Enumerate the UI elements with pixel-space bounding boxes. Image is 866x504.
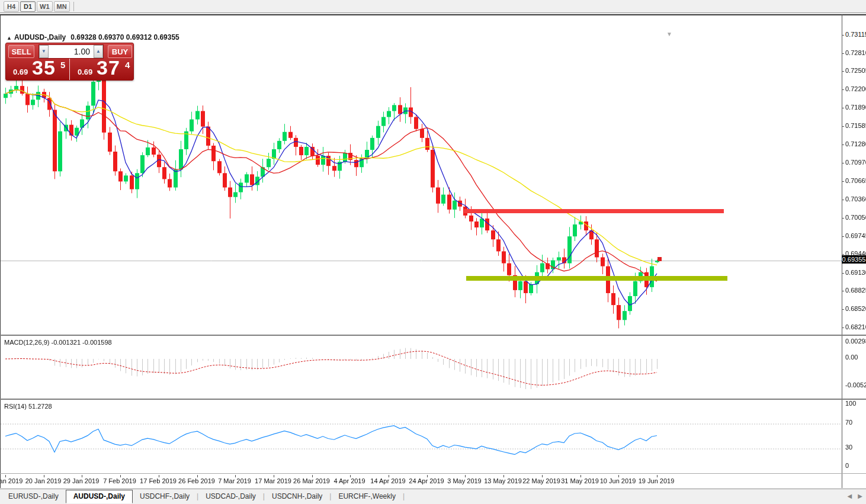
price-axis-label: 0.70970 [845, 159, 866, 166]
price-axis-tick [842, 181, 844, 182]
price-axis-label: 0.72505 [845, 67, 866, 74]
pane-separator[interactable] [0, 399, 866, 400]
sell-price-big: 35 [32, 56, 56, 79]
price-axis-label: 0.71280 [845, 140, 866, 147]
buy-price-panel[interactable]: 0.69 37 4 [70, 59, 133, 80]
date-axis-label: 17 Feb 2019 [140, 477, 177, 484]
chart-symbol-period: AUDUSD-,Daily [14, 33, 66, 41]
date-axis-label: 13 May 2019 [484, 477, 522, 484]
collapse-panel-icon[interactable]: ▼ [666, 31, 672, 37]
toolbar-divider [73, 2, 74, 11]
buy-price-big: 37 [97, 56, 120, 79]
date-axis-label: 3 May 2019 [447, 477, 481, 484]
timeframe-button-d1[interactable]: D1 [20, 1, 36, 12]
tab-separator: | [403, 490, 405, 503]
sell-price-base: 0.69 [13, 68, 28, 76]
chart-tab-audusd[interactable]: AUDUSD-,Daily [66, 490, 133, 503]
date-axis-label: 7 Feb 2019 [103, 477, 136, 484]
rsi-axis-label: 30 [845, 444, 852, 451]
date-axis-label: 14 Apr 2019 [370, 477, 405, 484]
timeframe-button-h4[interactable]: H4 [4, 1, 19, 12]
price-axis-border [842, 14, 842, 488]
date-axis-label: 31 May 2019 [561, 477, 599, 484]
tabs-scroll-right-icon[interactable]: ▶ [858, 493, 862, 499]
date-axis-label: 17 Mar 2019 [255, 477, 291, 484]
date-axis-label: 29 Jan 2019 [63, 477, 100, 484]
date-axis-label: 26 Mar 2019 [293, 477, 330, 484]
date-axis-label: 10 Jun 2019 [600, 477, 636, 484]
price-axis-tick [842, 309, 844, 310]
support-line [466, 276, 727, 281]
price-axis-tick [842, 71, 844, 72]
date-axis-label: 4 Apr 2019 [333, 477, 365, 484]
price-axis-tick [842, 89, 844, 90]
price-axis-tick [842, 163, 844, 163]
terminal-window: H4D1W1MN ▲AUDUSD-,Daily0.69328 0.69370 0… [0, 0, 866, 504]
price-axis-label: 0.70050 [845, 214, 866, 221]
current-bar-marker [657, 257, 662, 261]
price-axis-label: 0.71585 [845, 122, 866, 129]
one-click-trading-panel: SELL ▼ ▲ BUY 0.69 35 5 0.69 37 4 [5, 43, 134, 81]
date-axis-label: 26 Feb 2019 [178, 477, 215, 484]
macd-axis-label: -0.005256 [845, 381, 866, 389]
price-axis-tick [842, 218, 844, 219]
pane-separator [0, 473, 866, 474]
price-axis-tick [842, 236, 844, 237]
rsi-axis-label: 0 [845, 462, 849, 469]
price-axis-tick [842, 200, 844, 200]
price-axis-tick [842, 145, 844, 145]
chart-ohlc-values: 0.69328 0.69370 0.69312 0.69355 [70, 33, 179, 41]
price-axis-label: 0.70665 [845, 177, 866, 184]
macd-axis-label: 0.002984 [845, 338, 866, 345]
date-axis-label: 19 Jun 2019 [639, 477, 675, 484]
price-axis-label: 0.69745 [845, 232, 866, 239]
price-chart-canvas[interactable] [1, 15, 842, 489]
macd-axis-label: 0.00 [845, 354, 858, 361]
price-axis-tick [842, 35, 844, 36]
price-axis-label: 0.68825 [845, 287, 866, 294]
chart-tabbar: EURUSD-,DailyAUDUSD-,DailyUSDCHF-,Daily|… [0, 489, 866, 504]
chart-tab-eurusd[interactable]: EURUSD-,Daily [1, 490, 66, 503]
chart-window[interactable]: ▲AUDUSD-,Daily0.69328 0.69370 0.69312 0.… [0, 14, 866, 488]
date-axis-label: 20 Jan 2019 [25, 477, 62, 484]
pane-separator[interactable] [0, 335, 866, 336]
chart-title: ▲AUDUSD-,Daily0.69328 0.69370 0.69312 0.… [7, 33, 179, 41]
timeframe-toolbar: H4D1W1MN [0, 0, 866, 13]
date-axis-label: 10 Jan 2019 [0, 477, 23, 484]
price-axis-tick [842, 53, 844, 54]
macd-label: MACD(12,26,9) -0.001321 -0.001598 [4, 339, 112, 346]
price-axis-tick [842, 126, 844, 127]
current-price-tag: 0.69355 [842, 255, 866, 264]
date-axis-label: 22 May 2019 [522, 477, 560, 484]
price-axis-label: 0.72200 [845, 85, 866, 92]
price-axis-tick [842, 328, 844, 328]
rsi-label: RSI(14) 51.2728 [4, 403, 52, 410]
sell-price-panel[interactable]: 0.69 35 5 [6, 59, 70, 80]
price-axis-label: 0.73115 [845, 31, 866, 38]
price-axis-label: 0.70360 [845, 195, 866, 203]
buy-price-base: 0.69 [78, 68, 92, 76]
buy-price-pip: 4 [125, 60, 130, 70]
rsi-axis-label: 70 [845, 419, 852, 426]
timeframe-button-w1[interactable]: W1 [37, 1, 53, 12]
date-axis-label: 24 Apr 2019 [409, 477, 444, 484]
rsi-axis-label: 100 [845, 400, 856, 407]
tabs-scroll-left-icon[interactable]: ◀ [848, 493, 852, 499]
price-axis-label: 0.71890 [845, 104, 866, 111]
chart-tab-usdcad[interactable]: USDCAD-,Daily [198, 490, 263, 503]
price-axis-label: 0.72810 [845, 49, 866, 56]
timeframe-button-mn[interactable]: MN [54, 1, 70, 12]
sell-price-pip: 5 [60, 60, 65, 70]
price-axis-tick [842, 108, 844, 108]
sell-button[interactable]: SELL [8, 45, 34, 58]
price-axis-label: 0.68210 [845, 323, 866, 330]
price-axis-label: 0.68520 [845, 305, 866, 312]
price-axis-label: 0.69130 [845, 269, 866, 276]
date-axis-label: 7 Mar 2019 [218, 477, 251, 484]
price-axis-tick [842, 291, 844, 291]
chart-tab-eurchf[interactable]: EURCHF-,Weekly [331, 490, 402, 503]
resistance-line [464, 209, 724, 213]
price-axis-tick [842, 273, 844, 274]
chart-tab-usdcnh[interactable]: USDCNH-,Daily [265, 490, 329, 503]
chart-tab-usdchf[interactable]: USDCHF-,Daily [133, 490, 197, 503]
